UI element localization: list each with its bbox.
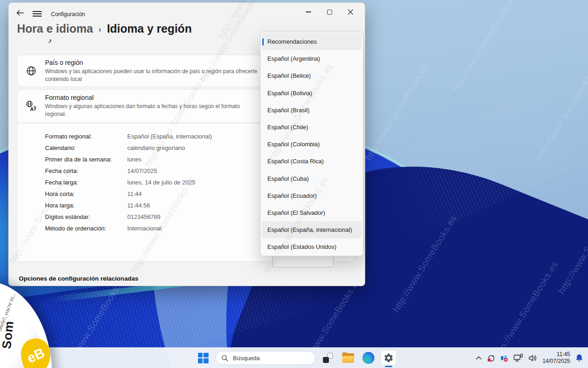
task-view-icon (323, 353, 333, 363)
dropdown-item[interactable]: Español (Brasil) (262, 102, 362, 119)
taskbar-search[interactable] (215, 351, 316, 365)
tray-chevron-up-icon[interactable] (475, 356, 482, 360)
card-description: Windows y algunas aplicaciones dan forma… (45, 103, 240, 118)
minimize-button[interactable] (298, 5, 319, 19)
notification-bell-icon[interactable] (575, 354, 583, 362)
related-settings-heading: Opciones de configuración relacionadas (19, 275, 138, 282)
titlebar: Configuración (9, 3, 365, 23)
dropdown-item-recomendaciones[interactable]: Recomendaciones (262, 33, 362, 50)
dropdown-item[interactable]: Español (Bolivia) (262, 85, 362, 102)
settings-window: Configuración Hora e idioma › Idioma y r… (8, 2, 365, 286)
dropdown-item[interactable]: Español (Ecuador) (262, 187, 362, 204)
taskbar-clock[interactable]: 11:45 14/07/2025 (543, 351, 570, 365)
menu-icon[interactable] (33, 11, 42, 17)
settings-app-button[interactable] (381, 350, 396, 366)
breadcrumb-parent[interactable]: Hora e idioma (17, 22, 93, 35)
close-icon (348, 9, 353, 15)
page-title: Idioma y región (107, 22, 192, 35)
dropdown-item[interactable]: Español (Chile) (262, 119, 362, 136)
card-description: Windows y las aplicaciones pueden usar t… (45, 68, 257, 83)
folder-icon (342, 353, 354, 363)
card-title: País o región (45, 59, 257, 66)
search-input[interactable] (232, 354, 301, 362)
svg-text:A: A (30, 106, 34, 112)
taskbar: 11:45 14/07/2025 (0, 347, 588, 368)
regional-format-dropdown: Recomendaciones Español (Argentina) Espa… (260, 32, 363, 256)
dropdown-item[interactable]: Español (El Salvador) (262, 204, 362, 221)
globe-icon (17, 65, 45, 76)
tray-volume-icon[interactable] (528, 354, 537, 362)
maximize-button[interactable] (319, 5, 340, 19)
tray-ethernet-icon[interactable] (514, 354, 523, 362)
dropdown-item[interactable]: Español (Colombia) (262, 136, 362, 153)
language-format-icon: A (17, 100, 45, 112)
edge-icon (362, 352, 374, 364)
dropdown-item[interactable]: Español (Estados Unidos) (262, 238, 362, 255)
start-button[interactable] (195, 350, 211, 366)
clipped-scroll-text: y (48, 40, 55, 44)
dropdown-item[interactable]: Español (Costa Rica) (262, 153, 362, 170)
dropdown-item-espana-internacional[interactable]: Español (España, internacional) (262, 221, 362, 238)
dropdown-item[interactable]: Español (Cuba) (262, 170, 362, 187)
maximize-icon (327, 10, 332, 15)
breadcrumb-separator: › (98, 23, 101, 34)
dropdown-item[interactable]: Español (Belice) (262, 67, 362, 84)
windows-logo-icon (198, 353, 209, 363)
card-title: Formato regional (45, 94, 240, 101)
edge-browser-button[interactable] (361, 350, 376, 366)
search-icon (221, 355, 228, 362)
close-button[interactable] (340, 5, 361, 19)
tray-virtualbox-icon[interactable] (500, 354, 509, 362)
minimize-icon (306, 12, 311, 12)
back-button[interactable] (15, 9, 26, 18)
tray-sync-record-icon[interactable] (487, 354, 495, 362)
breadcrumb: Hora e idioma › Idioma y región (17, 22, 192, 35)
window-title: Configuración (51, 11, 85, 17)
task-view-button[interactable] (320, 350, 336, 366)
gear-icon (384, 353, 394, 363)
dropdown-item[interactable]: Español (Argentina) (262, 50, 362, 67)
file-explorer-button[interactable] (340, 350, 356, 366)
clock-time: 11:45 (543, 351, 570, 358)
clock-date: 14/07/2025 (543, 358, 570, 365)
